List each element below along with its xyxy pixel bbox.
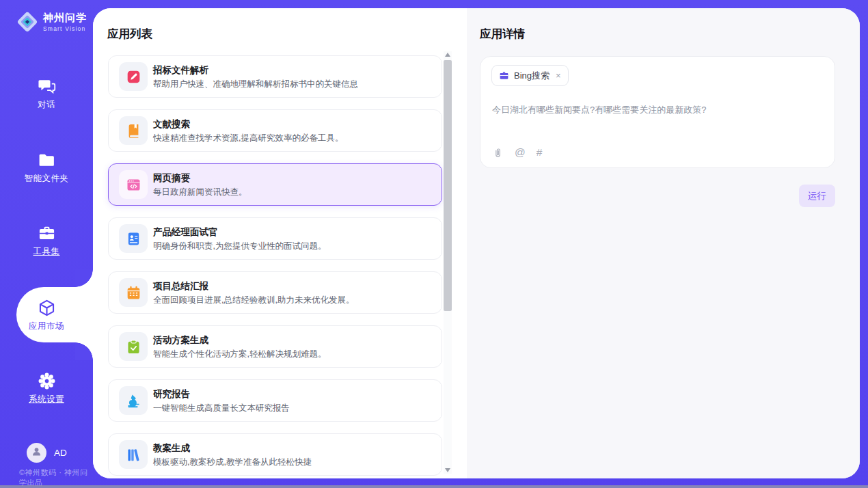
sidebar-item-label: 系统设置 (0, 394, 93, 405)
avatar (27, 443, 46, 463)
brand-diamond-icon (15, 10, 40, 34)
app-card-desc: 快速精准查找学术资源,提高研究效率的必备工具。 (153, 133, 343, 144)
tool-tag-bing-search[interactable]: Bing搜索 × (491, 65, 569, 86)
sidebar-item-label: 工具集 (0, 246, 93, 258)
app-card-title: 项目总结汇报 (153, 280, 208, 293)
app-card-desc: 明确身份和职责,为您提供专业性的面试问题。 (153, 241, 326, 252)
cube-icon (38, 299, 56, 317)
app-card-title: 教案生成 (153, 442, 190, 455)
app-card-title: 产品经理面试官 (153, 226, 218, 239)
sidebar: 神州问学 Smart Vision 对话智能文件夹工具集应用市场系统设置 AD … (0, 0, 93, 488)
doc-edit-icon (119, 62, 148, 91)
calendar-icon (119, 278, 148, 307)
scroll-down-button[interactable] (445, 468, 450, 472)
brand-subtitle: Smart Vision (43, 25, 87, 32)
scroll-up-button[interactable] (445, 53, 450, 57)
window-bottom-edge (0, 485, 868, 488)
sidebar-item-label: 应用市场 (0, 321, 93, 332)
query-text[interactable]: 今日湖北有哪些新闻要点?有哪些需要关注的最新政策? (492, 103, 820, 117)
mention-icon[interactable]: @ (515, 146, 526, 159)
app-detail-panel: 应用详情 Bing搜索 × 今日湖北有哪些新闻要点?有哪些需要关注的最新政策? … (467, 8, 860, 478)
brand-logo: 神州问学 Smart Vision (15, 10, 87, 34)
sidebar-item-chat[interactable]: 对话 (0, 77, 93, 111)
scrollbar-thumb[interactable] (444, 60, 452, 311)
app-card[interactable]: 产品经理面试官明确身份和职责,为您提供专业性的面试问题。 (108, 217, 442, 260)
app-card[interactable]: 招标文件解析帮助用户快速、准确地理解和解析招标书中的关键信息 (108, 55, 442, 98)
sidebar-item-smart-folder[interactable]: 智能文件夹 (0, 151, 93, 185)
prompt-input-card[interactable]: Bing搜索 × 今日湖北有哪些新闻要点?有哪些需要关注的最新政策? @ # (480, 56, 835, 168)
app-card-desc: 全面回顾项目进展,总结经验教训,助力未来优化发展。 (153, 295, 354, 306)
app-list-title: 应用列表 (107, 27, 152, 42)
app-card-desc: 每日政府新闻资讯快查。 (153, 187, 247, 198)
app-card-title: 网页摘要 (153, 172, 190, 185)
toolbox-icon (38, 224, 56, 243)
person-icon (31, 446, 42, 460)
app-detail-title: 应用详情 (480, 27, 525, 42)
app-card-desc: 智能生成个性化活动方案,轻松解决规划难题。 (153, 349, 326, 360)
chat-bubble-icon (38, 77, 56, 96)
hash-icon[interactable]: # (537, 146, 543, 159)
sidebar-item-system-settings[interactable]: 系统设置 (0, 372, 93, 405)
tool-tag-label: Bing搜索 (514, 70, 550, 82)
scrollbar[interactable] (444, 51, 452, 474)
sidebar-item-toolset[interactable]: 工具集 (0, 224, 93, 258)
app-card[interactable]: 研究报告一键智能生成高质量长文本研究报告 (108, 379, 442, 422)
main-content: 应用列表 招标文件解析帮助用户快速、准确地理解和解析招标书中的关键信息文献搜索快… (93, 8, 860, 478)
user-initials: AD (54, 448, 67, 458)
gear-icon (38, 372, 56, 390)
sidebar-item-label: 对话 (0, 99, 93, 111)
app-card[interactable]: 网页摘要每日政府新闻资讯快查。 (108, 163, 442, 206)
clipboard-check-icon (119, 332, 148, 361)
app-card[interactable]: 文献搜索快速精准查找学术资源,提高研究效率的必备工具。 (108, 109, 442, 152)
books-icon (119, 440, 148, 469)
app-list-panel: 应用列表 招标文件解析帮助用户快速、准确地理解和解析招标书中的关键信息文献搜索快… (93, 8, 467, 478)
app-card[interactable]: 项目总结汇报全面回顾项目进展,总结经验教训,助力未来优化发展。 (108, 271, 442, 314)
app-card-title: 活动方案生成 (153, 334, 208, 347)
app-card-desc: 帮助用户快速、准确地理解和解析招标书中的关键信息 (153, 79, 358, 90)
tool-tag-close-icon[interactable]: × (556, 70, 561, 81)
app-card[interactable]: 教案生成模板驱动,教案秒成,教学准备从此轻松快捷 (108, 433, 442, 476)
brand-name: 神州问学 (43, 12, 87, 25)
paperclip-icon[interactable] (492, 147, 504, 159)
microscope-icon (119, 386, 148, 415)
run-button[interactable]: 运行 (799, 185, 835, 207)
app-card-title: 招标文件解析 (153, 64, 208, 77)
resume-icon (119, 224, 148, 253)
book-icon (119, 116, 148, 145)
app-card-title: 研究报告 (153, 388, 190, 401)
user-account[interactable]: AD (27, 443, 67, 463)
app-card-title: 文献搜索 (153, 118, 190, 131)
briefcase-icon (499, 70, 509, 81)
folder-icon (38, 151, 56, 170)
app-card-desc: 模板驱动,教案秒成,教学准备从此轻松快捷 (153, 457, 312, 468)
app-card[interactable]: 活动方案生成智能生成个性化活动方案,轻松解决规划难题。 (108, 325, 442, 368)
sidebar-item-label: 智能文件夹 (0, 173, 93, 185)
input-toolbar: @ # (492, 146, 542, 159)
sidebar-item-app-market[interactable]: 应用市场 (0, 299, 93, 332)
app-card-desc: 一键智能生成高质量长文本研究报告 (153, 403, 290, 414)
browser-code-icon (119, 170, 148, 199)
